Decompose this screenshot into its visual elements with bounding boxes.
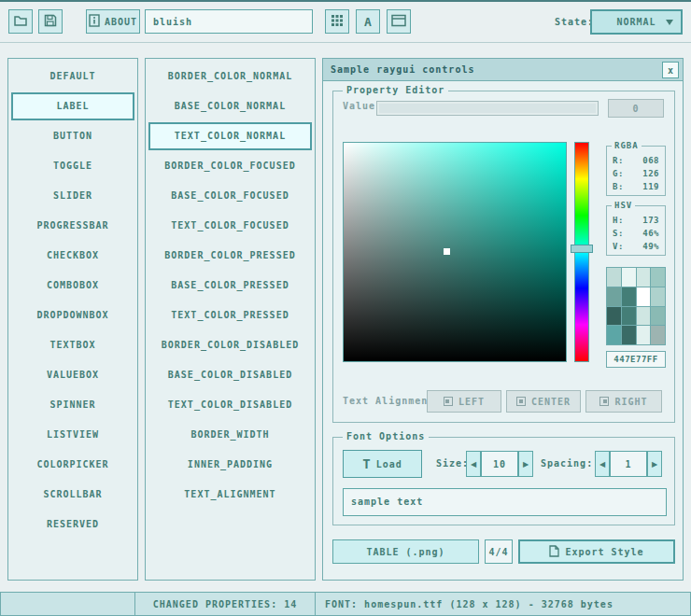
rguistyler-app: ABOUT A State: NORMAL DEFAULT LABEL BUTT… xyxy=(0,0,691,616)
align-center-button[interactable]: CENTER xyxy=(506,390,581,413)
align-left-button[interactable]: LEFT xyxy=(427,390,501,413)
property-item[interactable]: BASE_COLOR_PRESSED xyxy=(148,272,312,300)
palette-swatch[interactable] xyxy=(651,326,665,344)
font-atlas-button[interactable]: A xyxy=(356,9,380,34)
controls-item-combobox[interactable]: COMBOBOX xyxy=(11,272,134,300)
property-item[interactable]: TEXT_ALIGNMENT xyxy=(148,481,312,509)
palette-swatch[interactable] xyxy=(651,307,665,326)
property-item[interactable]: TEXT_COLOR_DISABLED xyxy=(148,391,312,419)
controls-item-colorpicker[interactable]: COLORPICKER xyxy=(11,451,134,479)
state-label: State: xyxy=(555,2,594,43)
property-item[interactable]: BASE_COLOR_FOCUSED xyxy=(148,182,312,210)
controls-item-listview[interactable]: LISTVIEW xyxy=(11,421,134,449)
property-editor-group-label: Property Editor xyxy=(343,85,448,95)
font-load-button[interactable]: T Load xyxy=(343,450,422,478)
palette-swatch[interactable] xyxy=(622,287,636,306)
sample-text-input[interactable]: sample text xyxy=(343,488,667,516)
palette-swatch[interactable] xyxy=(622,307,636,326)
window-icon xyxy=(391,14,406,29)
palette-swatch[interactable] xyxy=(637,326,651,344)
font-size-value-box[interactable]: 10 xyxy=(481,451,518,477)
controls-item-checkbox[interactable]: CHECKBOX xyxy=(11,242,134,270)
property-item-selected[interactable]: TEXT_COLOR_NORMAL xyxy=(148,122,312,150)
grid-icon xyxy=(331,14,344,29)
palette-swatch[interactable] xyxy=(637,307,651,326)
palette-swatch[interactable] xyxy=(622,326,636,344)
palette-swatch[interactable] xyxy=(607,326,621,344)
font-spacing-value-box[interactable]: 1 xyxy=(610,451,647,477)
export-table-button[interactable]: TABLE (.png) xyxy=(332,539,479,564)
align-right-icon xyxy=(599,397,609,406)
controls-item-reserved[interactable]: RESERVED xyxy=(11,511,134,539)
save-style-button[interactable] xyxy=(38,9,63,34)
close-button[interactable]: x xyxy=(662,62,679,78)
value-number: 0 xyxy=(632,104,639,114)
hue-slider-handle[interactable] xyxy=(571,245,593,253)
property-item[interactable]: BORDER_COLOR_NORMAL xyxy=(148,63,312,91)
palette-swatch[interactable] xyxy=(637,268,651,287)
palette-swatch[interactable] xyxy=(651,268,665,287)
property-item[interactable]: BORDER_COLOR_DISABLED xyxy=(148,331,312,359)
window-titlebar[interactable]: Sample raygui controls x xyxy=(323,59,683,81)
new-style-button[interactable] xyxy=(8,9,33,34)
font-options-group: Font Options T Load Size: ◀ 10 ▶ Spacing… xyxy=(332,437,675,525)
save-icon xyxy=(43,13,58,30)
property-item[interactable]: INNER_PADDING xyxy=(148,451,312,479)
style-table-button[interactable] xyxy=(325,9,349,34)
color-saturation-value-panel[interactable] xyxy=(343,142,567,362)
statusbar-font-info: FONT: homespun.ttf (128 x 128) - 32768 b… xyxy=(315,592,691,616)
palette-swatch[interactable] xyxy=(651,287,665,306)
property-item[interactable]: BORDER_COLOR_PRESSED xyxy=(148,242,312,270)
align-right-button[interactable]: RIGHT xyxy=(585,390,662,413)
property-item[interactable]: TEXT_COLOR_PRESSED xyxy=(148,301,312,329)
export-style-button[interactable]: Export Style xyxy=(518,539,675,564)
font-size-decrement-button[interactable]: ◀ xyxy=(466,451,481,477)
controls-item-spinner[interactable]: SPINNER xyxy=(11,391,134,419)
hsv-panel: HSV H:173 S:46% V:49% xyxy=(606,205,666,256)
font-size-increment-button[interactable]: ▶ xyxy=(518,451,533,477)
export-icon xyxy=(549,545,559,559)
controls-item-dropdownbox[interactable]: DROPDOWNBOX xyxy=(11,301,134,329)
palette-swatch[interactable] xyxy=(607,287,621,306)
sample-controls-window: Sample raygui controls x Property Editor… xyxy=(322,58,684,581)
property-item[interactable]: BORDER_WIDTH xyxy=(148,421,312,449)
statusbar-section-empty xyxy=(0,592,135,616)
window-preview-button[interactable] xyxy=(387,9,411,34)
controls-item-progressbar[interactable]: PROGRESSBAR xyxy=(11,212,134,240)
palette-swatch[interactable] xyxy=(607,307,621,326)
about-button[interactable]: ABOUT xyxy=(86,9,140,34)
state-dropdown[interactable]: NORMAL xyxy=(590,9,683,35)
controls-item-button[interactable]: BUTTON xyxy=(11,122,134,150)
statusbar: CHANGED PROPERTIES: 14 FONT: homespun.tt… xyxy=(0,592,691,616)
palette-swatch[interactable] xyxy=(637,287,651,306)
controls-item-textbox[interactable]: TEXTBOX xyxy=(11,331,134,359)
hex-value-box[interactable]: 447E77FF xyxy=(606,351,666,368)
controls-list: DEFAULT LABEL BUTTON TOGGLE SLIDER PROGR… xyxy=(7,58,138,581)
font-load-label: Load xyxy=(376,459,402,469)
property-editor-group: Property Editor Value: 0 RGBA R:068 G:12… xyxy=(332,91,675,423)
font-spacing-decrement-button[interactable]: ◀ xyxy=(595,451,610,477)
value-number-box[interactable]: 0 xyxy=(608,99,664,118)
font-spacing-increment-button[interactable]: ▶ xyxy=(647,451,662,477)
controls-item-label[interactable]: LABEL xyxy=(11,92,134,120)
arrow-right-icon: ▶ xyxy=(523,460,529,469)
properties-list: BORDER_COLOR_NORMAL BASE_COLOR_NORMAL TE… xyxy=(145,58,316,581)
controls-item-default[interactable]: DEFAULT xyxy=(11,63,134,91)
property-item[interactable]: TEXT_COLOR_FOCUSED xyxy=(148,212,312,240)
value-slider[interactable] xyxy=(376,101,599,116)
property-item[interactable]: BASE_COLOR_DISABLED xyxy=(148,361,312,389)
color-picker-cursor[interactable] xyxy=(444,248,450,255)
property-item[interactable]: BASE_COLOR_NORMAL xyxy=(148,92,312,120)
palette-swatch[interactable] xyxy=(622,268,636,287)
controls-item-valuebox[interactable]: VALUEBOX xyxy=(11,361,134,389)
font-spacing-label: Spacing: xyxy=(541,450,593,478)
info-icon xyxy=(89,14,100,29)
controls-item-toggle[interactable]: TOGGLE xyxy=(11,152,134,180)
property-item[interactable]: BORDER_COLOR_FOCUSED xyxy=(148,152,312,180)
controls-item-slider[interactable]: SLIDER xyxy=(11,182,134,210)
palette-swatch[interactable] xyxy=(607,268,621,287)
style-name-input[interactable] xyxy=(145,9,313,34)
controls-item-scrollbar[interactable]: SCROLLBAR xyxy=(11,481,134,509)
close-icon: x xyxy=(668,65,673,76)
export-format-count-box[interactable]: 4/4 xyxy=(485,539,513,564)
